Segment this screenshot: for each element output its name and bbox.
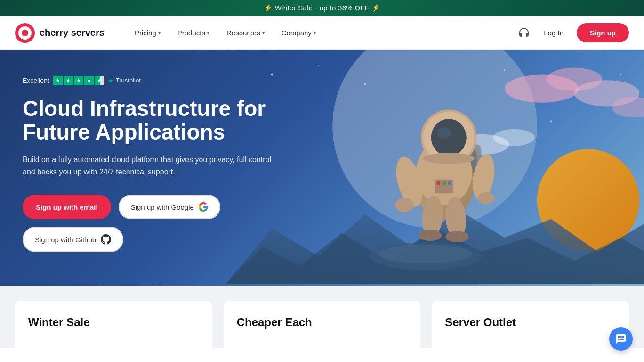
svg-point-2	[22, 30, 28, 36]
bottom-cards: Winter Sale Cheaper Each Server Outlet	[0, 286, 644, 348]
star-4: ★	[84, 76, 94, 85]
github-icon	[101, 234, 111, 245]
login-button[interactable]: Log In	[538, 25, 569, 41]
support-icon[interactable]	[517, 26, 531, 40]
svg-point-27	[477, 192, 494, 204]
logo-link[interactable]: cherry servers	[15, 23, 105, 43]
nav-pricing[interactable]: Pricing ▾	[127, 25, 168, 41]
svg-point-23	[423, 153, 475, 164]
card-3-title: Server Outlet	[445, 316, 616, 329]
nav-signup-button[interactable]: Sign up	[577, 23, 629, 42]
svg-point-39	[504, 69, 505, 71]
trustpilot-brand: ★ Trustpilot	[108, 77, 141, 84]
cta-buttons: Sign up with email Sign up with Google S…	[23, 195, 314, 252]
products-chevron-icon: ▾	[207, 30, 209, 35]
nav-links: Pricing ▾ Products ▾ Resources ▾ Company…	[127, 25, 517, 41]
hero-subtitle: Build on a fully automated cloud platfor…	[23, 154, 277, 178]
google-icon	[199, 202, 208, 212]
svg-point-40	[550, 120, 552, 122]
hero-content: Excellent ★ ★ ★ ★ ★ ★ Trustpilot Cloud I…	[23, 76, 314, 252]
nav-resources[interactable]: Resources ▾	[219, 25, 272, 41]
svg-point-33	[436, 181, 440, 185]
card-winter-sale: Winter Sale	[15, 301, 212, 348]
star-1: ★	[53, 76, 63, 85]
top-banner: ⚡ Winter Sale - up to 36% OFF ⚡	[0, 0, 644, 16]
company-chevron-icon: ▾	[314, 30, 316, 35]
svg-point-22	[437, 127, 451, 139]
trustpilot-stars: ★ ★ ★ ★ ★	[53, 76, 104, 85]
star-5: ★	[95, 76, 104, 85]
nav-right: Log In Sign up	[517, 23, 629, 42]
signup-github-button[interactable]: Sign up with Github	[23, 227, 123, 252]
nav-company[interactable]: Company ▾	[274, 25, 323, 41]
svg-point-41	[620, 74, 621, 75]
svg-point-26	[395, 198, 414, 212]
trustpilot-row: Excellent ★ ★ ★ ★ ★ ★ Trustpilot	[23, 76, 314, 85]
hero-section: Excellent ★ ★ ★ ★ ★ ★ Trustpilot Cloud I…	[0, 50, 644, 286]
card-1-title: Winter Sale	[28, 316, 199, 329]
trustpilot-star-icon: ★	[108, 77, 114, 84]
svg-point-38	[364, 83, 366, 85]
star-2: ★	[64, 76, 73, 85]
chat-button[interactable]	[609, 327, 633, 348]
svg-point-31	[445, 231, 468, 242]
chat-icon	[615, 333, 627, 345]
banner-text: ⚡ Winter Sale - up to 36% OFF ⚡	[264, 4, 380, 12]
signup-email-button[interactable]: Sign up with email	[23, 195, 111, 219]
pricing-chevron-icon: ▾	[158, 30, 161, 35]
card-2-title: Cheaper Each	[237, 316, 408, 329]
star-3: ★	[74, 76, 83, 85]
trustpilot-label: Excellent	[23, 77, 49, 84]
svg-point-34	[442, 181, 446, 185]
hero-title: Cloud Infrastructure for Future Applicat…	[23, 97, 314, 144]
nav-products[interactable]: Products ▾	[170, 25, 217, 41]
svg-point-21	[431, 119, 467, 156]
signup-google-button[interactable]: Sign up with Google	[119, 195, 220, 219]
svg-point-37	[318, 65, 319, 66]
navbar: cherry servers Pricing ▾ Products ▾ Reso…	[0, 16, 644, 50]
svg-point-35	[448, 181, 451, 185]
card-cheaper: Cheaper Each	[224, 301, 421, 348]
svg-point-30	[419, 230, 442, 241]
svg-point-14	[379, 245, 472, 263]
svg-point-10	[493, 129, 535, 146]
svg-point-36	[271, 74, 273, 75]
logo-icon	[15, 23, 35, 43]
card-server-outlet: Server Outlet	[432, 301, 629, 348]
resources-chevron-icon: ▾	[262, 30, 265, 35]
logo-text: cherry servers	[40, 27, 105, 38]
